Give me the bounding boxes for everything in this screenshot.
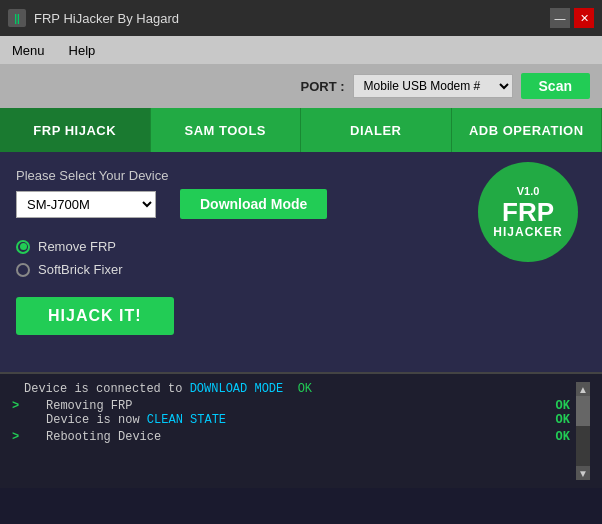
radio-remove-frp-dot[interactable] (16, 240, 30, 254)
tab-frp-hijack[interactable]: FRP HIJACK (0, 108, 151, 152)
log-scrollbar[interactable]: ▲ ▼ (576, 382, 590, 480)
main-panel: Please Select Your Device SM-J700M Downl… (0, 152, 602, 372)
log-arrow-1 (12, 382, 24, 396)
app-icon: || (8, 9, 26, 27)
log-ok-clean: OK (556, 413, 570, 427)
radio-softbrick-label: SoftBrick Fixer (38, 262, 123, 277)
app-title: FRP HiJacker By Hagard (34, 11, 550, 26)
minimize-button[interactable]: — (550, 8, 570, 28)
log-arrow-3: > (12, 430, 26, 444)
title-bar: || FRP HiJacker By Hagard — ✕ (0, 0, 602, 36)
device-select[interactable]: SM-J700M (16, 191, 156, 218)
log-clean-state: Device is now CLEAN STATE (46, 413, 226, 427)
hijack-button[interactable]: HIJACK IT! (16, 297, 174, 335)
badge-title: FRP (502, 199, 554, 225)
log-content: Device is connected to DOWNLOAD MODE OK … (12, 382, 570, 480)
tab-dialer[interactable]: DIALER (301, 108, 452, 152)
log-row-remove-frp: Removing FRP OK (46, 399, 570, 413)
port-bar: PORT : Mobile USB Modem # Scan (0, 64, 602, 108)
close-button[interactable]: ✕ (574, 8, 594, 28)
log-ok-1: OK (298, 382, 312, 396)
frp-badge: V1.0 FRP HIJACKER (478, 162, 578, 262)
radio-softbrick[interactable]: SoftBrick Fixer (16, 262, 586, 277)
radio-softbrick-dot[interactable] (16, 263, 30, 277)
log-ok-remove: OK (556, 399, 570, 413)
log-text-1: Device is connected to DOWNLOAD MODE OK (24, 382, 312, 396)
badge-version: V1.0 (517, 185, 540, 197)
scrollbar-track (576, 396, 590, 466)
radio-remove-frp-label: Remove FRP (38, 239, 116, 254)
log-row-reboot: Rebooting Device OK (46, 430, 570, 444)
log-rebooting: Rebooting Device (46, 430, 161, 444)
log-ok-reboot: OK (556, 430, 570, 444)
scan-button[interactable]: Scan (521, 73, 590, 99)
log-row-clean-state: Device is now CLEAN STATE OK (46, 413, 570, 427)
download-mode-button[interactable]: Download Mode (180, 189, 327, 219)
badge-subtitle: HIJACKER (493, 225, 562, 239)
log-group-2: > Removing FRP OK Device is now CLEAN ST… (12, 399, 570, 427)
tab-adb-operation[interactable]: ADB OPERATION (452, 108, 603, 152)
log-area: Device is connected to DOWNLOAD MODE OK … (0, 372, 602, 488)
log-indent-2: Removing FRP OK Device is now CLEAN STAT… (46, 399, 570, 427)
window-controls: — ✕ (550, 8, 594, 28)
port-select[interactable]: Mobile USB Modem # (353, 74, 513, 98)
menu-menu-item[interactable]: Menu (8, 41, 49, 60)
tabs-bar: FRP HIJACK SAM TOOLS DIALER ADB OPERATIO… (0, 108, 602, 152)
log-highlight-download: DOWNLOAD MODE (190, 382, 284, 396)
tab-sam-tools[interactable]: SAM TOOLS (151, 108, 302, 152)
log-highlight-clean: CLEAN STATE (147, 413, 226, 427)
log-removing-frp: Removing FRP (46, 399, 132, 413)
menu-bar: Menu Help (0, 36, 602, 64)
log-indent-3: Rebooting Device OK (46, 430, 570, 444)
log-group-3: > Rebooting Device OK (12, 430, 570, 444)
scrollbar-thumb (576, 396, 590, 426)
scrollbar-up-button[interactable]: ▲ (576, 382, 590, 396)
port-label: PORT : (300, 79, 344, 94)
scrollbar-down-button[interactable]: ▼ (576, 466, 590, 480)
log-line-1: Device is connected to DOWNLOAD MODE OK (12, 382, 570, 396)
help-menu-item[interactable]: Help (65, 41, 100, 60)
log-arrow-2: > (12, 399, 26, 427)
